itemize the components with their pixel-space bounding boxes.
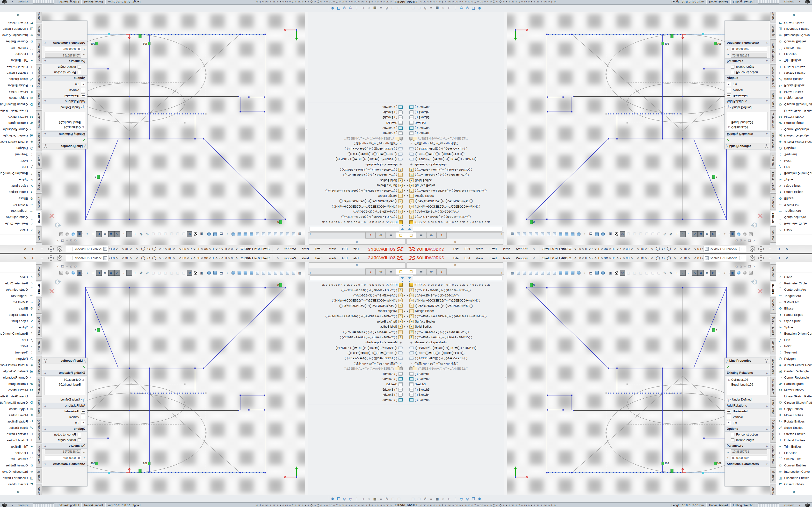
tree-item[interactable]: ▥◯ИN⊛∘✛ƆϹƐƎƧ25◯∘◯25ƧƎƐϹƆ✛∘⊛NИ◯ <box>406 298 504 303</box>
tool-corner-rectangle[interactable]: ▭Corner Rectangle <box>776 126 812 133</box>
restore-button[interactable]: ❐ <box>777 247 780 251</box>
expand-arrow-icon[interactable]: ▶ <box>407 195 409 197</box>
tool-offset-entities[interactable]: ⊏Offset Entities <box>776 481 812 487</box>
tool-scale-entities[interactable]: ⤢Scale Entities <box>0 76 36 82</box>
tool-parallelogram[interactable]: ▱Parallelogram <box>0 381 36 387</box>
tool-rotate-entities[interactable]: ↻Rotate Entities <box>776 418 812 425</box>
tool-segment[interactable]: ⁚Segment <box>776 349 812 355</box>
section-parameters[interactable]: Parameters∧ <box>725 443 770 449</box>
tab-mold-tools[interactable]: Mold Tools <box>36 91 42 109</box>
gear-icon[interactable]: ✾ <box>330 6 335 11</box>
tree-item[interactable]: (-) Sketch2 <box>308 125 406 131</box>
tool-silhouette-entities[interactable]: ◫Silhouette Entities <box>0 475 36 481</box>
menu-window[interactable]: Window <box>513 247 530 251</box>
tab-mold-tools[interactable]: Mold Tools <box>36 398 42 417</box>
tool-centerpoint-arc[interactable]: ⌒Centerpoint Arc <box>776 214 812 221</box>
tool-3-point-arc[interactable]: ⌢3 Point Arc <box>776 299 812 305</box>
tree-scrollbar[interactable]: ⊙ <box>504 262 507 495</box>
menu-tools[interactable]: Tools <box>299 247 312 251</box>
menu-edit[interactable]: Edit <box>462 247 473 251</box>
tree-item[interactable]: ↳◯ИN∘▯∘∘⊛◯∘◯⊛∘∘▯∘NИ◯ <box>308 361 406 366</box>
tree-item[interactable]: (-) Sketch5 <box>308 115 406 120</box>
angle-icon[interactable]: ∟ <box>447 6 452 11</box>
tool-ellipse[interactable]: ⊜Ellipse <box>776 195 812 202</box>
section-additional-parameters[interactable]: Additional Parameters∨ <box>725 461 770 467</box>
add-relation-fix[interactable]: ⊻Fix <box>725 420 770 426</box>
add-relation-horizontal[interactable]: —Horizontal <box>42 408 87 414</box>
tree-item[interactable]: ▶◆Surface Bodies <box>406 319 504 324</box>
tree-item[interactable]: ▶A◯25ИN⊛∘✛Α✛⊛ИNΑ◯∘◯ΑNИ⊛✛Α✛∘⊛NИ52◯ <box>406 314 504 319</box>
tab-markup[interactable]: Markup <box>36 469 42 483</box>
gpin-icon[interactable]: ➤ <box>441 6 446 11</box>
tool-extend-entities[interactable]: ⊺Extend Entities <box>776 437 812 443</box>
user-account-icon[interactable] <box>57 256 62 261</box>
tree-item[interactable]: ▥◯ИN⊛∘✛ƆϹƐƎƧ25◯∘◯25ƧƎƐϹƆ✛∘⊛NИ◯ <box>308 298 406 303</box>
tool-mirror-entities[interactable]: ⋈Mirror Entities <box>776 114 812 120</box>
tool-corner-rectangle[interactable]: ▭Corner Rectangle <box>776 374 812 381</box>
tree-item[interactable]: (-) Sketch1 <box>308 371 406 377</box>
tab-surfaces[interactable]: Surfaces <box>36 297 42 314</box>
section-parameters[interactable]: Parameters∧ <box>42 443 87 449</box>
tool-style-spline[interactable]: ∿Style Spline <box>776 318 812 324</box>
section-options[interactable]: Options∧ <box>42 426 87 432</box>
tool-mirror-entities[interactable]: ⋈Mirror Entities <box>776 387 812 393</box>
tool-tangent-arc[interactable]: ↷Tangent Arc <box>776 293 812 299</box>
tool-rotate-entities[interactable]: ↻Rotate Entities <box>0 82 36 89</box>
tree-item[interactable]: ▶■Solid Bodies <box>308 178 406 183</box>
tool-perimeter-circle[interactable]: ◌Perimeter Circle <box>776 280 812 286</box>
tree-item[interactable]: ▥◯ИN⊛∘✛ƆϹƐƎƧ25◯∘◯25ƧƎƐϹƆ✛∘⊛NИ◯ <box>308 204 406 209</box>
close-button[interactable]: ✕ <box>785 247 788 251</box>
bclock-icon[interactable]: ◷ <box>348 6 353 11</box>
section-parameters[interactable]: Parameters∧ <box>42 58 87 64</box>
tool-ellipse[interactable]: ⊜Ellipse <box>776 305 812 312</box>
tree-item[interactable]: ★◯253Ɛ✛∘⊛ΛΑΦ◯∘◯ΦΑΛ⊛∘✛Ɛ352◯ <box>406 288 504 293</box>
tab-sheet-metal[interactable]: Sheet Metal <box>36 131 42 152</box>
panel-tab-target[interactable]: ⊕ <box>375 269 386 275</box>
tool-silhouette-entities[interactable]: ◫Silhouette Entities <box>0 26 36 32</box>
menu-insert[interactable]: Insert <box>312 257 326 260</box>
relation-item[interactable]: ∟ Collinear108 <box>45 377 85 382</box>
ok-check-icon[interactable]: ✓ <box>82 364 85 369</box>
tool-rotate-entities[interactable]: ↻Rotate Entities <box>0 418 36 425</box>
expand-arrow-icon[interactable]: ▶ <box>403 320 405 323</box>
filter-input[interactable] <box>310 276 399 280</box>
tool-extend-entities[interactable]: ⊺Extend Entities <box>776 64 812 70</box>
tool-perimeter-circle[interactable]: ◌Perimeter Circle <box>0 221 36 227</box>
search-icon[interactable]: ⌕ <box>740 256 744 260</box>
section-additional-parameters[interactable]: Additional Parameters∨ <box>42 40 87 46</box>
tree-filter[interactable] <box>406 226 504 232</box>
tool-polygon[interactable]: ⬡Polygon <box>776 145 812 152</box>
section-additional-parameters[interactable]: Additional Parameters∨ <box>42 461 87 467</box>
tool-equation-driven-curve[interactable]: ƒEquation Driven Curve <box>776 330 812 337</box>
tab-markup[interactable]: Markup <box>36 24 42 38</box>
bars-icon[interactable]: ≡ <box>378 6 384 11</box>
tool-tangent-arc[interactable]: ↷Tangent Arc <box>0 208 36 214</box>
tool-spline[interactable]: ∿Spline <box>776 177 812 183</box>
tree-item[interactable]: ◯✛Ɛ⊻25∘✱⊙▯◯∘◯▯⊙✱∘52⊻Ɛ✛◯ <box>406 356 504 361</box>
tree-item[interactable]: ↳◯ИN∘▯∘∘⊛◯∘◯⊛∘∘▯∘NИ◯ <box>406 141 504 146</box>
relation-item[interactable]: ∟ Collinear108 <box>45 125 85 130</box>
tool-convert-entities[interactable]: ⧈Convert Entities <box>776 462 812 468</box>
add-relation-horizontal[interactable]: —Horizontal <box>42 93 87 99</box>
expand-arrow-icon[interactable]: ▶ <box>407 294 409 296</box>
help-icon[interactable]: ? <box>758 246 764 251</box>
bfolder-icon[interactable]: ❐ <box>336 6 341 11</box>
bclockp-icon[interactable]: ◶ <box>342 496 347 501</box>
param-value[interactable]: 0.00000000° <box>45 47 81 51</box>
tab-sketch[interactable]: Sketch <box>770 211 776 225</box>
tool-circular-sketch-pattern[interactable]: ❂Circular Sketch Pattern <box>0 101 36 108</box>
tree-filter[interactable] <box>406 275 504 281</box>
panel-tab-sliders[interactable]: ≣ <box>386 269 396 275</box>
tree-item[interactable]: ▶■Solid Bodies <box>406 178 504 183</box>
tree-item[interactable]: (-) Sketch5 <box>406 115 504 120</box>
tool-intersection-curve[interactable]: ≋Intersection Curve <box>776 32 812 39</box>
tree-item[interactable]: ▶■Solid Bodies <box>406 324 504 330</box>
tree-item[interactable]: tЯPDL2.⊙ ƎƐ ⊙ Ш ⊙ ∘ ⊙ ✛ ⊙ ƆϹ ⊙ ƎƐ ⊙ ✦ ⊙ … <box>308 282 406 288</box>
param-value[interactable]: 0.00000000° <box>45 456 81 460</box>
tool-scale-entities[interactable]: ⤢Scale Entities <box>776 76 812 82</box>
tool-sketch-fillet[interactable]: ⌒Sketch Fillet <box>776 456 812 462</box>
tab-evaluate[interactable]: Evaluate <box>770 153 776 169</box>
tool-point[interactable]: ▪Point <box>0 343 36 349</box>
menu-insert[interactable]: Insert <box>486 257 500 260</box>
ok-check-icon[interactable]: ✓ <box>82 138 85 143</box>
